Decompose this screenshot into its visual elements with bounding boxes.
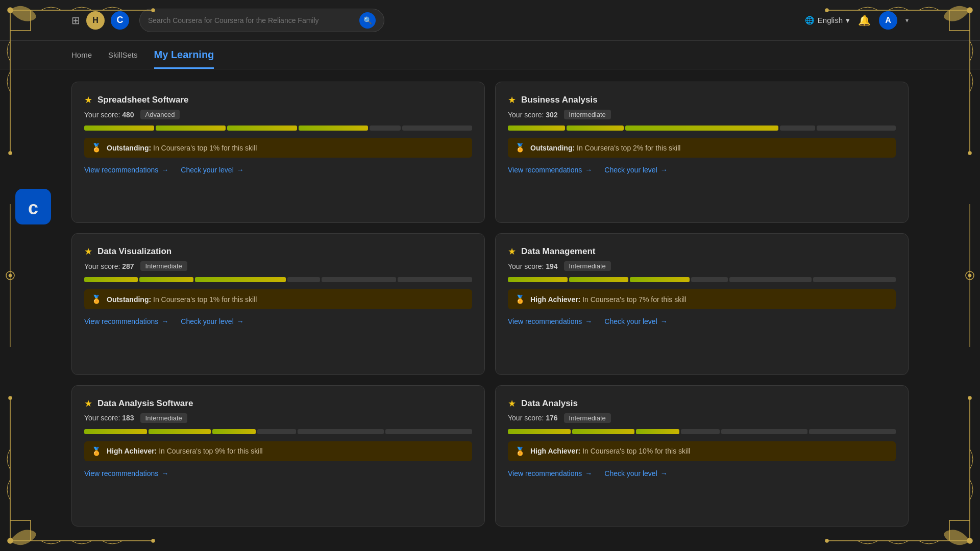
- view-recommendations-link-data-analysis-software[interactable]: View recommendations →: [84, 469, 168, 478]
- search-icon: 🔍: [363, 16, 372, 24]
- search-container: 🔍: [139, 9, 384, 32]
- skill-title-data-analysis-software: Data Analysis Software: [97, 398, 193, 409]
- level-badge-business-analysis: Intermediate: [564, 110, 611, 119]
- check-level-arrow-business-analysis: →: [660, 166, 668, 174]
- header-left: ⊞ H C 🔍: [71, 9, 805, 32]
- progress-segment-4: [721, 429, 808, 434]
- check-level-link-data-analysis[interactable]: Check your level →: [604, 469, 668, 478]
- achievement-icon-data-analysis-software: 🏅: [91, 446, 102, 456]
- view-rec-label-data-analysis: View recommendations: [508, 469, 582, 478]
- nav-item-skillsets[interactable]: SkillSets: [108, 42, 138, 67]
- svg-point-9: [967, 538, 972, 543]
- progress-bar-data-analysis-software: [84, 429, 472, 434]
- achievement-icon-data-analysis: 🏅: [515, 446, 525, 456]
- check-level-link-data-management[interactable]: Check your level →: [604, 317, 668, 325]
- language-label: English: [818, 16, 843, 24]
- view-rec-arrow-spreadsheet-software: →: [161, 166, 168, 174]
- skill-title-data-visualization: Data Visualization: [97, 246, 172, 257]
- progress-segment-1: [569, 277, 629, 282]
- score-line-data-management: Your score: 194 Intermediate: [508, 261, 896, 271]
- score-value-data-analysis: 176: [546, 414, 557, 422]
- achievement-box-data-analysis: 🏅 High Achiever: In Coursera's top 10% f…: [508, 441, 896, 461]
- check-level-link-data-visualization[interactable]: Check your level →: [181, 317, 244, 325]
- level-badge-data-management: Intermediate: [564, 261, 611, 271]
- achievement-text-data-visualization: Outstanding: In Coursera's top 1% for th…: [107, 295, 257, 304]
- card-header-data-visualization: ★ Data Visualization: [84, 246, 472, 257]
- view-recommendations-link-data-analysis[interactable]: View recommendations →: [508, 469, 592, 478]
- check-level-label-business-analysis: Check your level: [604, 166, 657, 174]
- progress-segment-3: [681, 429, 719, 434]
- score-value-data-analysis-software: 183: [122, 414, 134, 422]
- search-input[interactable]: [148, 16, 359, 24]
- nav-item-home[interactable]: Home: [71, 42, 92, 67]
- score-line-spreadsheet-software: Your score: 480 Advanced: [84, 110, 472, 119]
- achievement-bold-data-analysis: High Achiever:: [530, 447, 580, 455]
- progress-segment-0: [84, 277, 138, 282]
- score-value-spreadsheet-software: 480: [122, 111, 134, 119]
- achievement-box-business-analysis: 🏅 Outstanding: In Coursera's top 2% for …: [508, 138, 896, 158]
- view-recommendations-link-spreadsheet-software[interactable]: View recommendations →: [84, 166, 168, 174]
- home-logo[interactable]: H: [86, 11, 105, 30]
- check-level-arrow-data-visualization: →: [237, 317, 244, 325]
- progress-segment-0: [508, 429, 571, 434]
- user-dropdown-arrow[interactable]: ▾: [905, 17, 909, 24]
- progress-segment-0: [508, 277, 568, 282]
- card-actions-data-analysis-software: View recommendations →: [84, 469, 472, 478]
- notification-bell-icon[interactable]: 🔔: [858, 14, 871, 27]
- skill-card-spreadsheet-software: ★ Spreadsheet Software Your score: 480 A…: [71, 82, 485, 223]
- progress-bar-data-visualization: [84, 277, 472, 282]
- achievement-icon-data-management: 🏅: [515, 294, 525, 304]
- progress-segment-2: [227, 126, 297, 131]
- view-rec-label-data-analysis-software: View recommendations: [84, 469, 158, 478]
- card-actions-spreadsheet-software: View recommendations → Check your level …: [84, 166, 472, 174]
- user-avatar[interactable]: A: [879, 11, 897, 30]
- progress-segment-0: [84, 429, 147, 434]
- achievement-box-data-management: 🏅 High Achiever: In Coursera's top 7% fo…: [508, 289, 896, 309]
- score-label-business-analysis: Your score: 302: [508, 111, 558, 119]
- achievement-bold-business-analysis: Outstanding:: [530, 144, 575, 152]
- progress-segment-5: [809, 429, 896, 434]
- progress-segment-0: [84, 126, 154, 131]
- score-label-spreadsheet-software: Your score: 480: [84, 111, 134, 119]
- achievement-box-spreadsheet-software: 🏅 Outstanding: In Coursera's top 1% for …: [84, 138, 472, 158]
- skill-card-data-visualization: ★ Data Visualization Your score: 287 Int…: [71, 233, 485, 374]
- check-level-label-spreadsheet-software: Check your level: [181, 166, 234, 174]
- progress-segment-2: [630, 277, 690, 282]
- achievement-text-spreadsheet-software: Outstanding: In Coursera's top 1% for th…: [107, 144, 257, 152]
- achievement-text-data-analysis-software: High Achiever: In Coursera's top 9% for …: [107, 447, 263, 455]
- star-icon-data-analysis: ★: [508, 398, 516, 409]
- progress-bar-data-management: [508, 277, 896, 282]
- grid-icon[interactable]: ⊞: [71, 14, 80, 27]
- progress-segment-2: [195, 277, 286, 282]
- check-level-arrow-spreadsheet-software: →: [237, 166, 244, 174]
- view-rec-label-data-management: View recommendations: [508, 317, 582, 325]
- view-recommendations-link-business-analysis[interactable]: View recommendations →: [508, 166, 592, 174]
- achievement-bold-data-visualization: Outstanding:: [107, 295, 151, 304]
- check-level-link-spreadsheet-software[interactable]: Check your level →: [181, 166, 244, 174]
- score-value-business-analysis: 302: [546, 111, 557, 119]
- view-rec-label-business-analysis: View recommendations: [508, 166, 582, 174]
- view-rec-arrow-data-analysis: →: [585, 469, 592, 478]
- card-header-data-analysis-software: ★ Data Analysis Software: [84, 398, 472, 409]
- language-selector[interactable]: 🌐 English ▾: [805, 16, 850, 25]
- search-button[interactable]: 🔍: [359, 12, 376, 29]
- check-level-link-business-analysis[interactable]: Check your level →: [604, 166, 668, 174]
- achievement-box-data-analysis-software: 🏅 High Achiever: In Coursera's top 9% fo…: [84, 441, 472, 461]
- coursera-logo[interactable]: C: [111, 11, 129, 30]
- achievement-bold-spreadsheet-software: Outstanding:: [107, 144, 151, 152]
- view-recommendations-link-data-visualization[interactable]: View recommendations →: [84, 317, 168, 325]
- view-rec-arrow-data-visualization: →: [161, 317, 168, 325]
- card-actions-business-analysis: View recommendations → Check your level …: [508, 166, 896, 174]
- score-line-data-analysis: Your score: 176 Intermediate: [508, 413, 896, 423]
- progress-segment-4: [729, 277, 812, 282]
- progress-segment-5: [385, 429, 472, 434]
- card-actions-data-analysis: View recommendations → Check your level …: [508, 469, 896, 478]
- progress-bar-business-analysis: [508, 126, 896, 131]
- progress-segment-1: [149, 429, 211, 434]
- progress-segment-5: [813, 277, 896, 282]
- svg-point-7: [152, 539, 155, 542]
- nav-item-my-learning[interactable]: My Learning: [154, 41, 214, 69]
- view-recommendations-link-data-management[interactable]: View recommendations →: [508, 317, 592, 325]
- score-line-data-visualization: Your score: 287 Intermediate: [84, 261, 472, 271]
- progress-segment-1: [156, 126, 226, 131]
